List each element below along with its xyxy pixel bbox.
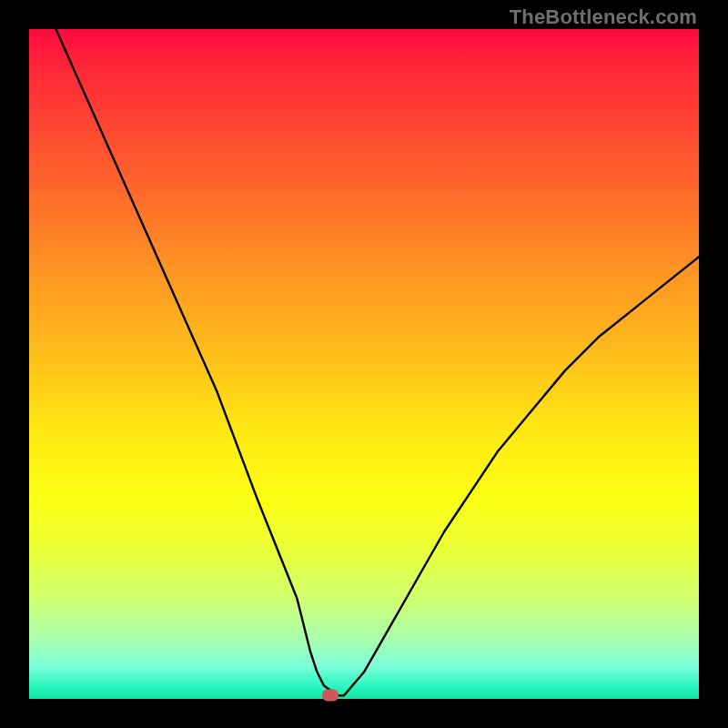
- bottleneck-curve: [56, 29, 699, 695]
- watermark-label: TheBottleneck.com: [510, 5, 697, 29]
- optimal-point-marker: [322, 689, 339, 701]
- curve-layer: [29, 29, 699, 699]
- chart-frame: TheBottleneck.com: [0, 0, 728, 728]
- plot-area: [29, 29, 699, 699]
